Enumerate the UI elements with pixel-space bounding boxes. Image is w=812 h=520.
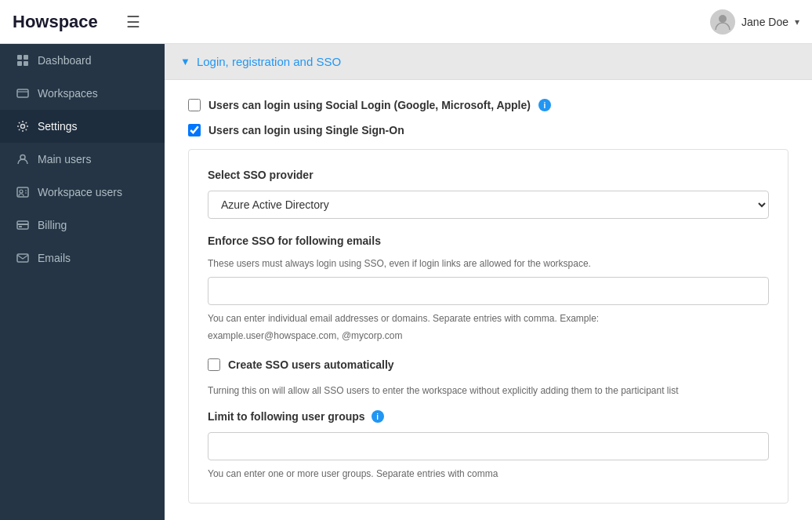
sidebar-emails-label: Emails — [38, 252, 71, 264]
svg-rect-2 — [24, 55, 28, 60]
limit-label-row: Limit to following user groups i — [208, 410, 769, 423]
header-left: Howspace ☰ — [13, 12, 140, 32]
section-toggle-icon[interactable]: ▼ — [180, 56, 190, 67]
sso-row: Users can login using Single Sign-On — [188, 124, 788, 136]
workspaces-icon — [16, 86, 30, 100]
avatar — [710, 9, 735, 35]
sidebar-dashboard-label: Dashboard — [38, 54, 92, 67]
svg-rect-16 — [17, 254, 28, 262]
svg-rect-5 — [17, 89, 28, 97]
sso-provider-select[interactable]: Azure Active Directory Google Okta Other — [208, 191, 769, 219]
auto-create-checkbox[interactable] — [208, 358, 220, 371]
main-content: ▼ Login, registration and SSO Users can … — [165, 44, 812, 520]
enforce-hint-1: You can enter individual email addresses… — [208, 311, 769, 325]
sidebar-item-settings[interactable]: Settings — [0, 110, 165, 143]
svg-rect-3 — [17, 61, 22, 66]
enforce-hint-2: example.user@howspace.com, @mycorp.com — [208, 329, 769, 343]
sidebar-item-main-users[interactable]: Main users — [0, 143, 165, 176]
sidebar-billing-label: Billing — [38, 219, 67, 231]
sso-checkbox[interactable] — [188, 124, 201, 136]
sidebar-item-workspace-users[interactable]: Workspace users — [0, 176, 165, 209]
limit-info-icon[interactable]: i — [372, 410, 384, 423]
svg-point-0 — [719, 15, 727, 23]
sidebar-main-users-label: Main users — [38, 153, 91, 165]
social-login-info-icon[interactable]: i — [538, 99, 551, 111]
main-users-icon — [16, 152, 30, 166]
billing-icon — [16, 218, 30, 232]
limit-hint: You can enter one or more user groups. S… — [208, 467, 769, 481]
svg-rect-15 — [19, 226, 22, 227]
sidebar-workspace-users-label: Workspace users — [38, 186, 122, 198]
sidebar: Dashboard Workspaces Settings — [0, 44, 165, 520]
enforce-description: These users must always login using SSO,… — [208, 256, 769, 271]
social-login-label[interactable]: Users can login using Social Login (Goog… — [208, 99, 531, 111]
workspace-users-icon — [16, 185, 30, 199]
social-login-row: Users can login using Social Login (Goog… — [188, 99, 788, 111]
dashboard-icon — [16, 53, 30, 67]
section-header: ▼ Login, registration and SSO — [165, 44, 812, 80]
user-name-label: Jane Doe — [741, 16, 788, 28]
social-login-checkbox[interactable] — [188, 99, 201, 111]
header: Howspace ☰ Jane Doe ▾ — [0, 0, 812, 44]
auto-create-label[interactable]: Create SSO users automatically — [228, 358, 394, 371]
sidebar-settings-label: Settings — [38, 120, 78, 133]
user-menu-arrow-icon: ▾ — [795, 16, 799, 27]
auto-create-row: Create SSO users automatically — [208, 358, 769, 371]
user-menu[interactable]: Jane Doe ▾ — [710, 9, 799, 35]
limit-label: Limit to following user groups — [208, 410, 365, 423]
provider-label: Select SSO provider — [208, 169, 769, 181]
sso-settings-box: Select SSO provider Azure Active Directo… — [188, 149, 788, 504]
svg-rect-4 — [24, 61, 28, 66]
emails-icon — [16, 251, 30, 265]
content-area: Users can login using Social Login (Goog… — [165, 80, 812, 520]
svg-point-10 — [20, 190, 23, 193]
enforce-label: Enforce SSO for following emails — [208, 235, 769, 247]
sidebar-item-emails[interactable]: Emails — [0, 242, 165, 275]
sidebar-item-workspaces[interactable]: Workspaces — [0, 77, 165, 110]
settings-icon — [16, 119, 30, 133]
hamburger-button[interactable]: ☰ — [126, 13, 140, 31]
sidebar-workspaces-label: Workspaces — [38, 87, 98, 100]
auto-create-description: Turning this on will allow all SSO users… — [208, 384, 769, 398]
sidebar-item-billing[interactable]: Billing — [0, 209, 165, 242]
limit-groups-input[interactable] — [208, 432, 769, 460]
enforce-emails-input[interactable] — [208, 277, 769, 305]
svg-point-7 — [21, 125, 25, 129]
sso-label[interactable]: Users can login using Single Sign-On — [208, 124, 404, 136]
layout: Dashboard Workspaces Settings — [0, 44, 812, 520]
sidebar-item-dashboard[interactable]: Dashboard — [0, 44, 165, 77]
section-title: Login, registration and SSO — [197, 55, 341, 68]
svg-rect-1 — [17, 55, 22, 60]
logo: Howspace — [13, 12, 98, 32]
